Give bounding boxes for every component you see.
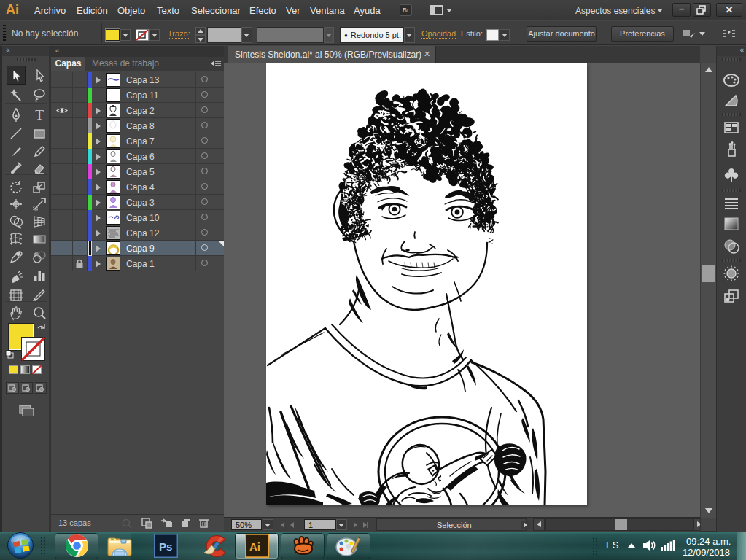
svg-text:Ps: Ps [159,540,172,553]
svg-text:T: T [35,107,44,122]
svg-text:Ai: Ai [249,540,260,553]
